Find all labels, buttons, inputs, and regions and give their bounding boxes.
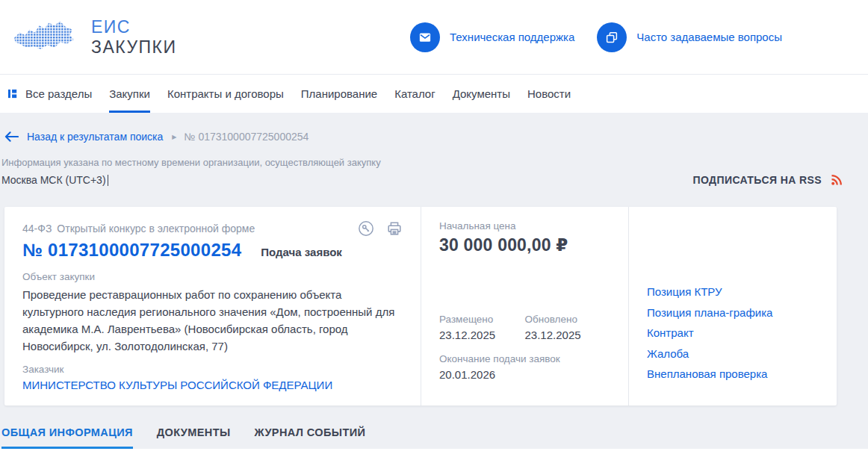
customer-link[interactable]: МИНИСТЕРСТВО КУЛЬТУРЫ РОССИЙСКОЙ ФЕДЕРАЦ… [22, 379, 332, 391]
page-body: Назад к результатам поиска ▶ № 017310000… [0, 113, 868, 466]
nav-item-documents[interactable]: Документы [453, 75, 510, 113]
rss-subscribe-label: ПОДПИСАТЬСЯ НА RSS [693, 174, 822, 186]
faq-icon [597, 22, 627, 52]
logo-text: ЕИС ЗАКУПКИ [91, 17, 176, 58]
breadcrumb: Назад к результатам поиска ▶ № 017310000… [0, 113, 868, 143]
tab-general-info[interactable]: ОБЩАЯ ИНФОРМАЦИЯ [1, 426, 133, 449]
notice-card: 44-ФЗ Открытый конкурс в электронной фор… [4, 207, 837, 406]
timezone-note-line2: Москва МСК (UTC+3) [1, 174, 381, 186]
link-contract[interactable]: Контракт [647, 327, 819, 339]
updated-date-cell: Обновлено 23.12.2025 [525, 314, 611, 341]
notice-number: № 0173100007725000254 [22, 240, 241, 261]
object-label: Объект закупки [22, 271, 403, 283]
tech-support-label: Техническая поддержка [450, 31, 574, 43]
notice-action-icons [358, 220, 403, 237]
price-value: 30 000 000,00 ₽ [439, 235, 610, 255]
sections-grid-icon [7, 88, 19, 99]
faq-link[interactable]: Часто задаваемые вопросы [597, 22, 782, 52]
tech-support-link[interactable]: Техническая поддержка [410, 22, 574, 52]
customer-label: Заказчик [22, 364, 403, 376]
timezone-note-line1: Информация указана по местному времени о… [1, 155, 381, 170]
timezone-note: Информация указана по местному времени о… [1, 155, 381, 186]
note-row: Информация указана по местному времени о… [0, 143, 868, 186]
notice-links-column: Позиция КТРУ Позиция плана-графика Контр… [628, 207, 837, 406]
notice-type-row: 44-ФЗ Открытый конкурс в электронной фор… [22, 220, 403, 237]
text-cursor [108, 175, 109, 186]
notice-stage: Подача заявок [261, 246, 342, 258]
deadline-cell: Окончание подачи заявок 20.01.2026 [439, 353, 610, 381]
link-unscheduled-inspection[interactable]: Внеплановая проверка [647, 368, 819, 380]
updated-date: 23.12.2025 [525, 329, 611, 341]
nav-item-news[interactable]: Новости [527, 75, 571, 113]
tab-bar: ОБЩАЯ ИНФОРМАЦИЯ ДОКУМЕНТЫ ЖУРНАЛ СОБЫТИ… [1, 426, 868, 449]
tab-event-log[interactable]: ЖУРНАЛ СОБЫТИЙ [255, 426, 366, 449]
placed-date: 23.12.2025 [439, 329, 525, 341]
deadline-date: 20.01.2026 [439, 368, 610, 381]
nav-all-sections[interactable]: Все разделы [7, 75, 92, 113]
back-to-results-link[interactable]: Назад к результатам поиска [27, 131, 163, 143]
placed-date-cell: Размещено 23.12.2025 [439, 314, 525, 341]
timezone-value: Москва МСК (UTC+3) [1, 174, 106, 186]
notice-main-column: 44-ФЗ Открытый конкурс в электронной фор… [4, 207, 421, 406]
object-text: Проведение реставрационных работ по сохр… [22, 286, 400, 355]
dates-row: Размещено 23.12.2025 Обновлено 23.12.202… [439, 314, 610, 341]
tab-content-area [0, 449, 868, 466]
nav-all-sections-label: Все разделы [25, 87, 92, 100]
print-icon[interactable] [386, 220, 403, 237]
link-ktru-position[interactable]: Позиция КТРУ [647, 286, 819, 298]
main-nav: Все разделы Закупки Контракты и договоры… [0, 75, 868, 113]
nav-item-planning[interactable]: Планирование [301, 75, 377, 113]
law-tag: 44-ФЗ [22, 223, 52, 234]
updated-label: Обновлено [525, 314, 611, 326]
nav-item-contracts[interactable]: Контракты и договоры [167, 75, 284, 113]
eis-logo[interactable]: ЕИС ЗАКУПКИ [9, 17, 176, 58]
notice-price-column: Начальная цена 30 000 000,00 ₽ Размещено… [421, 207, 628, 406]
header-links: Техническая поддержка Часто задаваемые в… [410, 22, 782, 52]
russia-map-icon [9, 17, 78, 58]
logo-line2: ЗАКУПКИ [91, 37, 176, 58]
notice-number-row: № 0173100007725000254 Подача заявок [22, 240, 403, 261]
nav-item-catalog[interactable]: Каталог [394, 75, 435, 113]
deadline-label: Окончание подачи заявок [439, 353, 610, 365]
signature-key-icon[interactable] [358, 220, 374, 237]
placed-label: Размещено [439, 314, 525, 326]
link-complaint[interactable]: Жалоба [647, 348, 819, 360]
breadcrumb-current: № 0173100007725000254 [184, 131, 309, 143]
breadcrumb-separator-icon: ▶ [172, 134, 176, 140]
back-arrow-icon[interactable] [4, 131, 19, 142]
app-header: ЕИС ЗАКУПКИ Техническая поддержка Часто … [0, 0, 868, 75]
rss-icon [831, 174, 843, 186]
nav-item-zakupki[interactable]: Закупки [109, 75, 150, 113]
logo-line1: ЕИС [91, 17, 176, 37]
rss-subscribe[interactable]: ПОДПИСАТЬСЯ НА RSS [693, 174, 843, 186]
price-label: Начальная цена [439, 220, 610, 232]
procedure-type: Открытый конкурс в электронной форме [57, 223, 255, 234]
tab-documents[interactable]: ДОКУМЕНТЫ [157, 426, 231, 449]
faq-label: Часто задаваемые вопросы [636, 31, 782, 43]
envelope-icon [410, 22, 440, 52]
link-plan-schedule-position[interactable]: Позиция плана-графика [647, 307, 819, 319]
